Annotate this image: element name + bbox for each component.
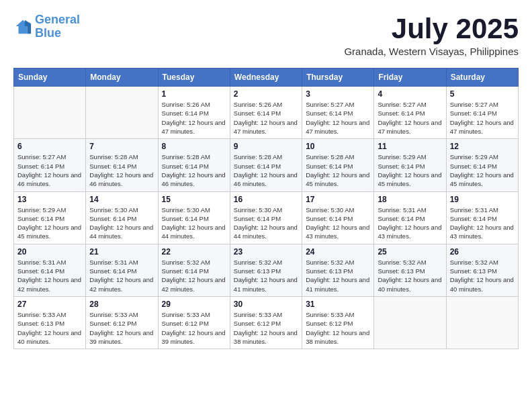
- calendar-table: SundayMondayTuesdayWednesdayThursdayFrid…: [13, 68, 519, 349]
- day-number: 11: [378, 142, 442, 151]
- day-number: 23: [234, 247, 298, 257]
- weekday-header-thursday: Thursday: [302, 68, 374, 87]
- calendar-cell: 27Sunrise: 5:33 AM Sunset: 6:13 PM Dayli…: [14, 296, 86, 349]
- day-info: Sunrise: 5:29 AM Sunset: 6:14 PM Dayligh…: [378, 152, 442, 188]
- calendar-cell: 14Sunrise: 5:30 AM Sunset: 6:14 PM Dayli…: [86, 191, 158, 244]
- day-number: 16: [234, 195, 298, 204]
- day-number: 31: [306, 300, 370, 309]
- calendar-week-row: 1Sunrise: 5:26 AM Sunset: 6:14 PM Daylig…: [14, 87, 519, 139]
- day-number: 9: [234, 142, 298, 151]
- day-info: Sunrise: 5:32 AM Sunset: 6:13 PM Dayligh…: [450, 258, 515, 293]
- calendar-cell: 30Sunrise: 5:33 AM Sunset: 6:12 PM Dayli…: [230, 296, 302, 349]
- day-info: Sunrise: 5:26 AM Sunset: 6:14 PM Dayligh…: [162, 100, 226, 136]
- calendar-cell: 8Sunrise: 5:28 AM Sunset: 6:14 PM Daylig…: [158, 139, 230, 191]
- calendar-week-row: 6Sunrise: 5:27 AM Sunset: 6:14 PM Daylig…: [14, 139, 519, 191]
- day-info: Sunrise: 5:28 AM Sunset: 6:14 PM Dayligh…: [162, 152, 226, 188]
- day-info: Sunrise: 5:29 AM Sunset: 6:14 PM Dayligh…: [17, 205, 82, 241]
- day-info: Sunrise: 5:33 AM Sunset: 6:13 PM Dayligh…: [17, 310, 82, 346]
- calendar-cell: 7Sunrise: 5:28 AM Sunset: 6:14 PM Daylig…: [86, 139, 158, 191]
- day-number: 5: [450, 89, 515, 99]
- day-info: Sunrise: 5:27 AM Sunset: 6:14 PM Dayligh…: [450, 100, 515, 136]
- calendar-cell: 24Sunrise: 5:32 AM Sunset: 6:13 PM Dayli…: [302, 244, 374, 296]
- day-info: Sunrise: 5:33 AM Sunset: 6:12 PM Dayligh…: [162, 310, 226, 346]
- day-number: 15: [162, 195, 226, 204]
- location-subtitle: Granada, Western Visayas, Philippines: [344, 46, 519, 57]
- day-info: Sunrise: 5:28 AM Sunset: 6:14 PM Dayligh…: [89, 152, 154, 188]
- day-number: 2: [234, 89, 298, 99]
- day-info: Sunrise: 5:27 AM Sunset: 6:14 PM Dayligh…: [378, 100, 442, 136]
- weekday-header-tuesday: Tuesday: [158, 68, 230, 87]
- day-info: Sunrise: 5:33 AM Sunset: 6:12 PM Dayligh…: [89, 310, 154, 346]
- day-info: Sunrise: 5:30 AM Sunset: 6:14 PM Dayligh…: [89, 205, 154, 241]
- calendar-cell: 15Sunrise: 5:30 AM Sunset: 6:14 PM Dayli…: [158, 191, 230, 244]
- day-info: Sunrise: 5:31 AM Sunset: 6:14 PM Dayligh…: [89, 258, 154, 293]
- day-number: 24: [306, 247, 370, 257]
- calendar-cell: 25Sunrise: 5:32 AM Sunset: 6:13 PM Dayli…: [374, 244, 446, 296]
- day-number: 10: [306, 142, 370, 151]
- day-number: 7: [89, 142, 154, 151]
- calendar-cell: 10Sunrise: 5:28 AM Sunset: 6:14 PM Dayli…: [302, 139, 374, 191]
- day-number: 6: [17, 142, 82, 151]
- calendar-cell: 5Sunrise: 5:27 AM Sunset: 6:14 PM Daylig…: [446, 87, 518, 139]
- day-number: 25: [378, 247, 442, 257]
- day-number: 28: [89, 300, 154, 309]
- day-info: Sunrise: 5:30 AM Sunset: 6:14 PM Dayligh…: [234, 205, 298, 241]
- day-info: Sunrise: 5:30 AM Sunset: 6:14 PM Dayligh…: [162, 205, 226, 241]
- month-title: July 2025: [344, 13, 519, 44]
- calendar-cell: 19Sunrise: 5:31 AM Sunset: 6:14 PM Dayli…: [446, 191, 518, 244]
- weekday-header-wednesday: Wednesday: [230, 68, 302, 87]
- day-number: 12: [450, 142, 515, 151]
- logo-icon: [13, 17, 32, 36]
- day-number: 8: [162, 142, 226, 151]
- weekday-header-friday: Friday: [374, 68, 446, 87]
- calendar-cell: 6Sunrise: 5:27 AM Sunset: 6:14 PM Daylig…: [14, 139, 86, 191]
- calendar-cell: 31Sunrise: 5:33 AM Sunset: 6:12 PM Dayli…: [302, 296, 374, 349]
- day-number: 1: [162, 89, 226, 99]
- day-info: Sunrise: 5:32 AM Sunset: 6:13 PM Dayligh…: [234, 258, 298, 293]
- calendar-cell: 18Sunrise: 5:31 AM Sunset: 6:14 PM Dayli…: [374, 191, 446, 244]
- day-number: 21: [89, 247, 154, 257]
- calendar-cell: [374, 296, 446, 349]
- day-number: 4: [378, 89, 442, 99]
- day-info: Sunrise: 5:30 AM Sunset: 6:14 PM Dayligh…: [306, 205, 370, 241]
- title-area: July 2025 Granada, Western Visayas, Phil…: [344, 13, 519, 57]
- calendar-cell: 21Sunrise: 5:31 AM Sunset: 6:14 PM Dayli…: [86, 244, 158, 296]
- day-info: Sunrise: 5:29 AM Sunset: 6:14 PM Dayligh…: [450, 152, 515, 188]
- weekday-header-row: SundayMondayTuesdayWednesdayThursdayFrid…: [14, 68, 519, 87]
- calendar-cell: 9Sunrise: 5:28 AM Sunset: 6:14 PM Daylig…: [230, 139, 302, 191]
- day-info: Sunrise: 5:33 AM Sunset: 6:12 PM Dayligh…: [306, 310, 370, 346]
- day-info: Sunrise: 5:31 AM Sunset: 6:14 PM Dayligh…: [17, 258, 82, 293]
- day-info: Sunrise: 5:32 AM Sunset: 6:13 PM Dayligh…: [306, 258, 370, 293]
- day-number: 17: [306, 195, 370, 204]
- day-number: 22: [162, 247, 226, 257]
- calendar-cell: 16Sunrise: 5:30 AM Sunset: 6:14 PM Dayli…: [230, 191, 302, 244]
- day-info: Sunrise: 5:28 AM Sunset: 6:14 PM Dayligh…: [234, 152, 298, 188]
- day-info: Sunrise: 5:26 AM Sunset: 6:14 PM Dayligh…: [234, 100, 298, 136]
- day-info: Sunrise: 5:32 AM Sunset: 6:14 PM Dayligh…: [162, 258, 226, 293]
- calendar-cell: 23Sunrise: 5:32 AM Sunset: 6:13 PM Dayli…: [230, 244, 302, 296]
- day-number: 14: [89, 195, 154, 204]
- weekday-header-monday: Monday: [86, 68, 158, 87]
- calendar-cell: [14, 87, 86, 139]
- calendar-cell: 3Sunrise: 5:27 AM Sunset: 6:14 PM Daylig…: [302, 87, 374, 139]
- calendar-cell: 20Sunrise: 5:31 AM Sunset: 6:14 PM Dayli…: [14, 244, 86, 296]
- calendar-cell: 22Sunrise: 5:32 AM Sunset: 6:14 PM Dayli…: [158, 244, 230, 296]
- logo-text: General Blue: [35, 13, 80, 40]
- logo: General Blue: [13, 13, 80, 40]
- day-info: Sunrise: 5:27 AM Sunset: 6:14 PM Dayligh…: [17, 152, 82, 188]
- day-number: 19: [450, 195, 515, 204]
- calendar-cell: 2Sunrise: 5:26 AM Sunset: 6:14 PM Daylig…: [230, 87, 302, 139]
- day-number: 3: [306, 89, 370, 99]
- page-header: General Blue July 2025 Granada, Western …: [13, 13, 519, 57]
- calendar-cell: 1Sunrise: 5:26 AM Sunset: 6:14 PM Daylig…: [158, 87, 230, 139]
- weekday-header-sunday: Sunday: [14, 68, 86, 87]
- calendar-cell: 12Sunrise: 5:29 AM Sunset: 6:14 PM Dayli…: [446, 139, 518, 191]
- day-number: 18: [378, 195, 442, 204]
- calendar-cell: 4Sunrise: 5:27 AM Sunset: 6:14 PM Daylig…: [374, 87, 446, 139]
- calendar-cell: 28Sunrise: 5:33 AM Sunset: 6:12 PM Dayli…: [86, 296, 158, 349]
- calendar-week-row: 13Sunrise: 5:29 AM Sunset: 6:14 PM Dayli…: [14, 191, 519, 244]
- day-info: Sunrise: 5:31 AM Sunset: 6:14 PM Dayligh…: [378, 205, 442, 241]
- calendar-cell: 26Sunrise: 5:32 AM Sunset: 6:13 PM Dayli…: [446, 244, 518, 296]
- day-number: 13: [17, 195, 82, 204]
- day-info: Sunrise: 5:32 AM Sunset: 6:13 PM Dayligh…: [378, 258, 442, 293]
